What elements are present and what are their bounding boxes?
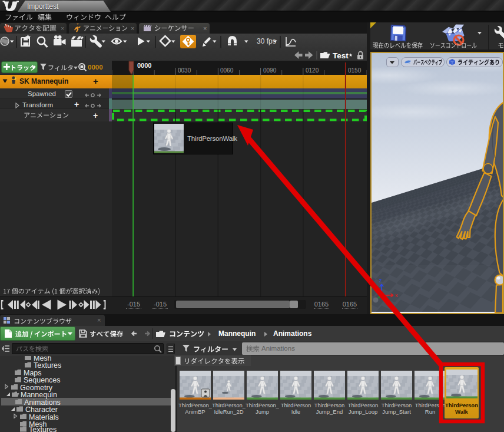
svg-text:0030: 0030 [178,67,191,74]
svg-text:30 fps: 30 fps [257,37,276,45]
svg-text:Textures: Textures [29,426,57,432]
svg-text:Test: Test [333,51,349,60]
svg-text:0120: 0120 [306,67,319,74]
svg-text:0060: 0060 [220,67,234,74]
svg-text:z: z [379,278,382,283]
svg-text:0150: 0150 [348,67,362,74]
svg-text:0090: 0090 [263,67,277,74]
svg-text:x: x [395,292,398,298]
svg-text:0000: 0000 [137,62,151,69]
